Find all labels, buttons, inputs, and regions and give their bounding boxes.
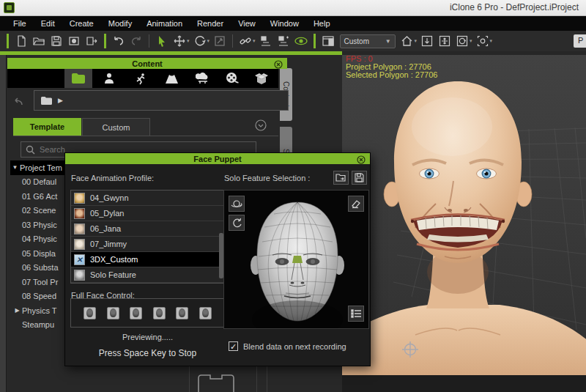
menu-create[interactable]: Create (62, 16, 101, 31)
dialog-close-icon[interactable] (357, 154, 366, 163)
category-animation-button[interactable] (130, 69, 152, 88)
face-preset-6-button[interactable] (199, 307, 212, 319)
align-tool-button[interactable] (257, 33, 275, 49)
collapse-panel-button[interactable] (255, 119, 267, 131)
undo-button[interactable] (110, 33, 127, 49)
menu-modify[interactable]: Modify (101, 16, 139, 31)
rotate-tool-button[interactable] (191, 33, 209, 49)
wireframe-head (224, 191, 368, 328)
category-set-button[interactable] (251, 69, 272, 88)
export-button[interactable] (83, 33, 100, 49)
breadcrumb[interactable]: ▶ (34, 90, 289, 111)
back-button[interactable] (10, 95, 26, 109)
move-tool-button[interactable] (171, 33, 188, 49)
toolbar-separator (7, 34, 9, 48)
profile-row-gwynn[interactable]: 04_Gwynn (71, 191, 224, 206)
link-tool-button[interactable] (237, 33, 254, 49)
category-media-button[interactable] (221, 69, 243, 88)
full-face-control-box (70, 298, 225, 328)
tab-custom[interactable]: Custom (82, 118, 150, 136)
profile-row-3dx-custom-selected[interactable]: ✕3DX_Custom (71, 252, 224, 267)
home-view-button[interactable] (398, 33, 416, 49)
select-tool-button[interactable] (153, 33, 171, 49)
orbit-camera-button[interactable] (453, 33, 471, 49)
title-bar: iClone 6 Pro - DefProject.iProject (0, 0, 586, 16)
zoom-extend-button[interactable] (418, 33, 436, 49)
folder-thumbnail-partial[interactable] (195, 371, 237, 392)
scale-tool-button[interactable] (211, 33, 229, 49)
folder-icon (40, 96, 53, 106)
window-title: iClone 6 Pro - DefProject.iProject (450, 2, 579, 12)
face-preset-5-button[interactable] (176, 307, 188, 319)
load-profile-button[interactable] (333, 171, 349, 185)
animation-icon (135, 73, 147, 85)
face-preset-2-button[interactable] (107, 307, 119, 319)
menu-file[interactable]: File (6, 16, 34, 31)
face-preset-3-button[interactable] (130, 307, 142, 319)
link-tool-dropdown[interactable]: ▾ (253, 38, 256, 44)
profile-row-dylan[interactable]: 05_Dylan (71, 206, 224, 221)
category-actor-button[interactable] (98, 69, 120, 88)
menu-edit[interactable]: Edit (34, 16, 62, 31)
expand-triangle-icon: ▼ (10, 164, 20, 171)
save-project-button[interactable] (48, 33, 65, 49)
home-view-dropdown[interactable]: ▾ (415, 38, 418, 44)
pan-camera-button[interactable] (436, 33, 453, 49)
feature-list-button[interactable] (348, 306, 364, 322)
pack-project-button[interactable] (65, 33, 83, 49)
viewport-bottom-bar (342, 375, 586, 392)
rotate-tool-dropdown[interactable]: ▾ (207, 38, 210, 44)
selected-feature-highlight (292, 256, 303, 263)
camera-view-select[interactable]: Custom ▼ (340, 34, 396, 48)
blend-data-checkbox-row[interactable]: ✓ Blend data on next recording (229, 341, 346, 351)
eraser-button[interactable] (348, 196, 364, 212)
actor-icon (103, 73, 115, 84)
tabs-underline (13, 136, 278, 136)
blend-data-checkbox[interactable]: ✓ (229, 341, 238, 351)
menu-view[interactable]: View (231, 16, 263, 31)
previewing-status: Previewing..... (70, 333, 225, 341)
profile-row-jana[interactable]: 06_Jana (71, 221, 224, 237)
face-preset-4-button[interactable] (153, 307, 166, 319)
frame-object-dropdown[interactable]: ▾ (490, 38, 493, 44)
frame-object-button[interactable] (474, 33, 492, 49)
profile-row-solo-feature[interactable]: Solo Feature (71, 267, 224, 283)
menu-help[interactable]: Help (306, 16, 338, 31)
category-folder-tab[interactable] (64, 69, 92, 88)
category-props-button[interactable] (191, 69, 213, 88)
content-close-icon[interactable] (274, 59, 283, 67)
face-preset-1-button[interactable] (84, 307, 96, 319)
avatar (74, 223, 85, 234)
open-project-button[interactable] (30, 33, 48, 49)
profile-row-jimmy[interactable]: 07_Jimmy (71, 237, 224, 252)
app-logo-icon (4, 2, 15, 13)
save-profile-button[interactable] (352, 171, 367, 185)
toolbar-divider (149, 34, 149, 48)
face-puppet-titlebar[interactable]: Face Puppet (65, 153, 370, 164)
redo-button[interactable] (127, 33, 145, 49)
visibility-eye-button[interactable] (292, 33, 310, 49)
toolbar-divider (232, 34, 233, 48)
align-move-tool-button[interactable] (275, 33, 292, 49)
reset-view-button[interactable] (229, 215, 245, 231)
props-icon (196, 73, 209, 84)
tab-template[interactable]: Template (13, 118, 81, 136)
solo-selection-label: Solo Feature Selection : (224, 174, 310, 182)
menu-animation[interactable]: Animation (139, 16, 190, 31)
solo-feature-head-panel[interactable] (223, 190, 369, 329)
avatar (74, 208, 85, 219)
panel-layout-button[interactable] (319, 33, 337, 49)
menu-render[interactable]: Render (190, 16, 231, 31)
category-scene-button[interactable] (160, 69, 182, 88)
orbit-camera-dropdown[interactable]: ▾ (470, 38, 472, 44)
tab-custom-label: Custom (103, 123, 130, 132)
viewport-3d[interactable]: FPS : 0 Project Polygon : 27706 Selected… (342, 55, 586, 392)
new-project-button[interactable] (12, 33, 30, 49)
move-tool-dropdown[interactable]: ▾ (187, 38, 190, 44)
orbit-head-button[interactable] (229, 196, 245, 212)
menu-bar: File Edit Create Modify Animation Render… (0, 16, 586, 31)
panel-edge (0, 55, 7, 392)
avatar (74, 270, 85, 281)
menu-window[interactable]: Window (263, 16, 306, 31)
preview-button-clipped[interactable]: P (574, 34, 586, 48)
